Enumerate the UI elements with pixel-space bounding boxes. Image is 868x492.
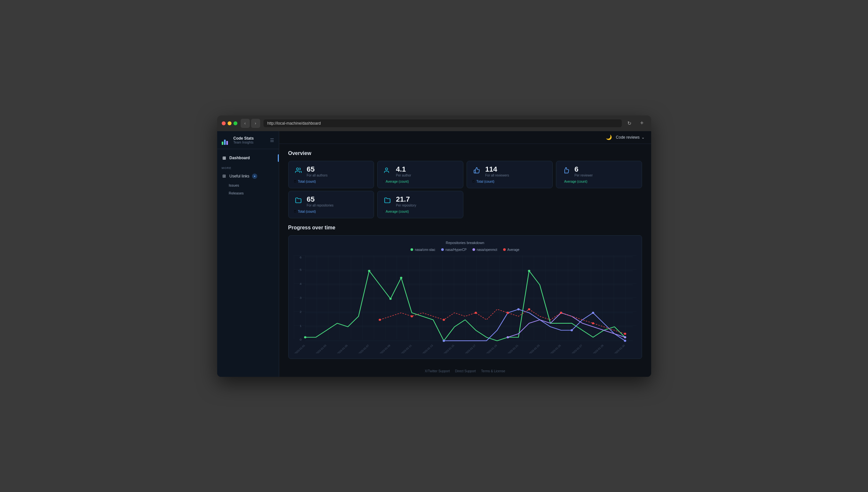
footer-link-direct[interactable]: Direct Support	[455, 369, 476, 373]
svg-point-37	[506, 312, 509, 314]
legend-average: Average	[503, 248, 520, 251]
svg-point-40	[592, 322, 594, 324]
svg-text:2023-01-30: 2023-01-30	[614, 344, 626, 353]
brand-icon	[222, 136, 231, 145]
legend-label-cmr-stac: nasa/cmr-stac	[415, 248, 435, 251]
traffic-light-green[interactable]	[234, 121, 237, 125]
svg-point-18	[368, 270, 370, 271]
releases-label: Releases	[229, 191, 244, 195]
authors-avg-label: Per author	[396, 174, 411, 177]
chart-area: 0 1 2 3 4 5 6	[294, 255, 636, 353]
svg-text:5: 5	[300, 268, 301, 271]
brand-subtitle: Team Insights	[234, 141, 254, 144]
svg-point-17	[304, 336, 306, 338]
brand-name: Code Stats	[234, 136, 254, 141]
repos-total-footer: Total (count)	[298, 210, 316, 213]
forward-button[interactable]: ›	[251, 119, 260, 128]
authors-icon	[294, 166, 303, 175]
svg-text:2023-01-13: 2023-01-13	[422, 344, 434, 353]
svg-point-22	[528, 270, 530, 271]
sidebar: Code Stats Team Insights ☰ ⊞ Dashboard M…	[217, 131, 279, 377]
svg-point-0	[296, 168, 299, 170]
chart-container: Repositories breakdown nasa/cmr-stac nas…	[288, 235, 642, 359]
sidebar-item-useful-links[interactable]: ⊞ Useful links ●	[217, 171, 279, 181]
theme-toggle-button[interactable]: 🌙	[606, 134, 612, 140]
svg-text:1: 1	[300, 324, 301, 327]
svg-text:2023-01-25: 2023-01-25	[550, 344, 562, 353]
svg-text:0: 0	[300, 338, 301, 341]
content-area: Overview 65	[279, 144, 651, 365]
chart-svg: 0 1 2 3 4 5 6	[294, 255, 636, 353]
avg-up-icon: ↑	[383, 180, 385, 183]
chart-section-title: Progress over time	[288, 225, 642, 231]
chart-section: Progress over time Repositories breakdow…	[288, 225, 642, 359]
authors-total-footer: Total (count)	[298, 180, 316, 183]
stat-card-repos-avg: 21.7 Per repository ↑ Average (count)	[377, 191, 463, 218]
traffic-light-red[interactable]	[222, 121, 226, 125]
brand-text: Code Stats Team Insights	[234, 136, 254, 144]
stat-card-authors-avg: 4.1 Per author ↑ Average (count)	[377, 161, 463, 188]
new-tab-button[interactable]: +	[637, 119, 647, 128]
svg-point-30	[506, 336, 509, 338]
legend-dot-openmct	[472, 248, 475, 251]
back-button[interactable]: ‹	[241, 119, 250, 128]
svg-point-33	[378, 318, 381, 320]
sidebar-header: Code Stats Team Insights ☰	[217, 131, 279, 149]
menu-icon[interactable]: ☰	[270, 138, 274, 143]
brand: Code Stats Team Insights	[222, 136, 254, 145]
reload-button[interactable]: ↻	[625, 119, 634, 128]
address-bar[interactable]	[263, 119, 622, 127]
svg-point-29	[624, 340, 626, 342]
svg-text:2023-01-09: 2023-01-09	[379, 344, 391, 353]
svg-text:3: 3	[300, 296, 301, 299]
reviewers-total-label: For all reviewers	[485, 174, 509, 177]
main-content: 🌙 Code reviews ⌄ Overview	[279, 131, 651, 377]
svg-point-38	[528, 308, 530, 310]
nav-buttons: ‹ ›	[241, 119, 260, 128]
repos-total-number: 65	[307, 196, 334, 203]
repos-avg-number: 21.7	[396, 196, 416, 203]
sidebar-item-dashboard[interactable]: ⊞ Dashboard	[217, 153, 279, 163]
sidebar-item-releases[interactable]: Releases	[217, 189, 279, 197]
browser-chrome: ‹ › ↻ +	[217, 116, 651, 131]
svg-point-35	[443, 318, 445, 320]
svg-point-41	[624, 333, 626, 335]
repos-total-icon: 🗒	[294, 210, 297, 213]
traffic-light-yellow[interactable]	[228, 121, 232, 125]
footer-link-twitter[interactable]: X/Twitter Support	[425, 369, 450, 373]
repos-avg-label: Per repository	[396, 203, 416, 207]
traffic-lights	[222, 121, 237, 125]
issues-label: Issues	[229, 183, 239, 187]
svg-point-26	[517, 308, 520, 310]
author-avg-icon	[383, 166, 392, 175]
svg-text:2023-01-05: 2023-01-05	[337, 344, 348, 353]
reviewers-total-number: 114	[485, 166, 509, 173]
stat-card-repos-total: 65 For all repositories 🗒 Total (count)	[288, 191, 374, 218]
legend-dot-average	[503, 248, 506, 251]
svg-text:6: 6	[300, 255, 301, 259]
svg-point-27	[570, 329, 573, 331]
svg-point-36	[474, 312, 477, 314]
svg-text:2023-01-21: 2023-01-21	[507, 344, 519, 353]
footer-link-terms[interactable]: Terms & License	[481, 369, 505, 373]
more-section-label: MORE	[217, 163, 279, 171]
reviewers-icon	[472, 166, 481, 175]
legend-label-average: Average	[507, 248, 520, 251]
reviewer-avg-icon	[561, 166, 571, 175]
svg-point-19	[400, 277, 402, 279]
svg-text:2023-01-29: 2023-01-29	[592, 344, 604, 353]
sidebar-item-issues[interactable]: Issues	[217, 181, 279, 189]
svg-text:2: 2	[300, 310, 301, 314]
svg-text:2023-01-17: 2023-01-17	[464, 344, 476, 353]
overview-title: Overview	[288, 150, 642, 156]
overview-grid: 65 For all authors 🗒 Total (count)	[288, 161, 642, 188]
legend-cmr-stac: nasa/cmr-stac	[411, 248, 435, 251]
svg-text:2023-01-03: 2023-01-03	[315, 344, 327, 353]
app-footer: X/Twitter Support Direct Support Terms &…	[279, 365, 651, 377]
svg-text:2023-01-01: 2023-01-01	[294, 344, 306, 353]
svg-point-39	[560, 312, 562, 314]
stat-card-reviewers-avg: 6 Per reviewer ↑ Average (count)	[556, 161, 642, 188]
code-reviews-button[interactable]: Code reviews ⌄	[616, 135, 645, 140]
chart-legend: nasa/cmr-stac nasa/HyperCP nasa/openmct	[294, 248, 636, 251]
useful-links-label: Useful links	[230, 174, 249, 178]
